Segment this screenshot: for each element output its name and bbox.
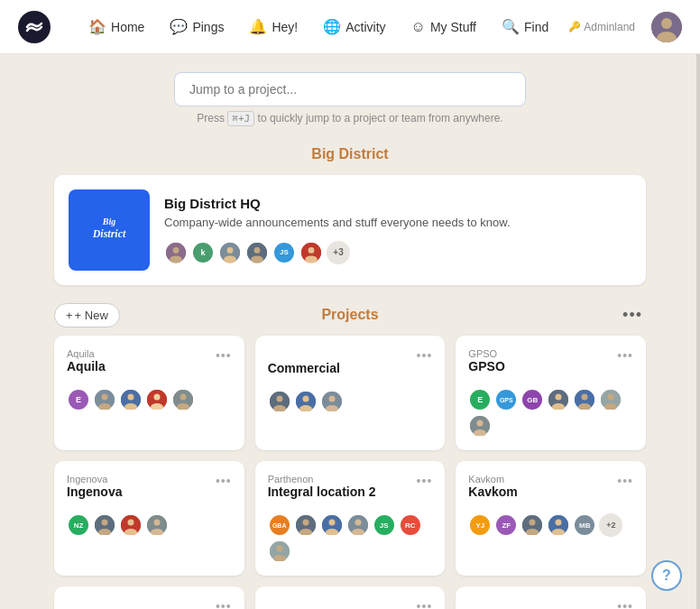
project-card-mafondation[interactable]: Ma fondation ••• xyxy=(54,586,244,609)
avatar xyxy=(320,513,344,537)
nav-activity-label: Activity xyxy=(345,20,385,34)
avatar xyxy=(268,390,291,413)
project-parent: Parthenon xyxy=(268,474,376,484)
projects-more-button[interactable]: ••• xyxy=(619,302,646,328)
nav-pings[interactable]: 💬 Pings xyxy=(159,13,235,41)
project-card-header: Aquila Aquila ••• xyxy=(67,348,232,384)
new-project-button[interactable]: + + New xyxy=(54,303,120,328)
avatar xyxy=(93,388,116,411)
help-button[interactable]: ? xyxy=(651,560,682,591)
project-avatars xyxy=(268,390,433,413)
project-card-header: My To-do ••• xyxy=(468,599,633,609)
project-more-button[interactable]: ••• xyxy=(216,599,232,609)
avatar xyxy=(547,388,570,411)
svg-point-49 xyxy=(477,420,484,427)
search-input[interactable] xyxy=(174,72,526,106)
question-icon: ? xyxy=(662,567,671,584)
avatar xyxy=(218,241,242,264)
avatar: RC xyxy=(399,513,422,537)
project-more-button[interactable]: ••• xyxy=(216,474,232,488)
avatar xyxy=(119,388,143,411)
project-card-gpso[interactable]: GPSO GPSO ••• E GPS GB xyxy=(456,336,646,450)
avatar: MB xyxy=(573,513,596,537)
project-card-commercial[interactable]: Commercial ••• xyxy=(255,336,446,450)
activity-icon: 🌐 xyxy=(323,18,341,35)
admin-link[interactable]: 🔑 Adminland xyxy=(568,21,635,33)
project-more-button[interactable]: ••• xyxy=(417,474,433,488)
find-icon: 🔍 xyxy=(502,18,520,35)
project-more-button[interactable]: ••• xyxy=(617,348,633,363)
user-avatar[interactable] xyxy=(651,12,682,42)
avatar xyxy=(245,241,269,264)
svg-point-70 xyxy=(276,546,282,552)
project-card-ingenova[interactable]: Ingenova Ingenova ••• NZ xyxy=(54,461,244,576)
nav-find[interactable]: 🔍 Find xyxy=(491,13,559,41)
avatar: GB xyxy=(520,388,544,411)
project-parent xyxy=(268,348,340,361)
project-parent: Kavkom xyxy=(468,474,517,484)
nav-hey-label: Hey! xyxy=(272,20,298,34)
svg-point-8 xyxy=(170,255,182,263)
project-card-mnh[interactable]: MNH ••• xyxy=(255,586,446,609)
project-card-integral[interactable]: Parthenon Integral location 2 ••• GBA JS… xyxy=(255,461,446,576)
project-card-aquila[interactable]: Aquila Aquila ••• E xyxy=(54,336,244,450)
project-avatars: NZ xyxy=(67,513,232,537)
project-card-header: MNH ••• xyxy=(268,599,433,609)
nav-items: 🏠 Home 💬 Pings 🔔 Hey! 🌐 Activity ☺ My St… xyxy=(69,13,568,41)
hq-title: Big District HQ xyxy=(164,196,511,211)
svg-point-58 xyxy=(154,520,161,526)
search-container: Press ⌘+J to quickly jump to a project o… xyxy=(54,72,646,125)
svg-point-61 xyxy=(302,520,309,526)
project-avatars: GBA JS RC xyxy=(268,513,433,563)
company-title: Big District xyxy=(54,146,646,162)
svg-point-37 xyxy=(328,396,335,402)
project-more-button[interactable]: ••• xyxy=(216,348,232,363)
projects-title: Projects xyxy=(54,307,646,323)
avatar xyxy=(299,241,323,264)
home-icon: 🏠 xyxy=(88,18,106,35)
nav-home[interactable]: 🏠 Home xyxy=(78,13,155,41)
svg-point-73 xyxy=(530,520,536,526)
avatar: GPS xyxy=(494,388,518,411)
pings-icon: 💬 xyxy=(170,18,188,35)
project-more-button[interactable]: ••• xyxy=(617,599,633,609)
project-card-header: Ma fondation ••• xyxy=(67,599,232,609)
project-card-header: Commercial ••• xyxy=(268,348,433,386)
svg-point-1 xyxy=(661,18,672,29)
avatar xyxy=(294,390,318,413)
project-more-button[interactable]: ••• xyxy=(617,474,633,488)
hq-avatars: k JS +3 xyxy=(164,241,511,264)
main-content: Press ⌘+J to quickly jump to a project o… xyxy=(0,54,700,609)
svg-point-67 xyxy=(355,520,361,526)
avatar-count: +3 xyxy=(327,241,350,264)
mystuff-icon: ☺ xyxy=(411,19,426,35)
project-card-header: Kavkom Kavkom ••• xyxy=(468,474,633,510)
hq-card[interactable]: Big District Big District HQ Company-wid… xyxy=(54,175,646,285)
project-more-button[interactable]: ••• xyxy=(417,348,433,363)
nav-hey[interactable]: 🔔 Hey! xyxy=(238,13,309,41)
svg-point-76 xyxy=(556,520,562,526)
project-parent xyxy=(67,599,145,609)
nav-activity[interactable]: 🌐 Activity xyxy=(312,13,396,41)
nav-find-label: Find xyxy=(524,20,548,34)
avatar xyxy=(119,513,143,537)
project-parent: Aquila xyxy=(67,348,106,359)
svg-point-13 xyxy=(254,247,261,254)
svg-point-46 xyxy=(608,394,614,401)
project-avatars: E xyxy=(67,388,232,411)
avatar: E xyxy=(468,388,492,411)
project-card-header: Ingenova Ingenova ••• xyxy=(67,474,232,510)
nav-mystuff[interactable]: ☺ My Stuff xyxy=(401,14,487,41)
project-card-kavkom[interactable]: Kavkom Kavkom ••• YJ ZF MB +2 xyxy=(456,461,646,576)
svg-point-28 xyxy=(180,394,187,401)
avatar-count: +2 xyxy=(599,513,622,537)
avatar xyxy=(171,388,195,411)
project-more-button[interactable]: ••• xyxy=(417,599,433,609)
svg-point-52 xyxy=(102,520,108,526)
svg-point-40 xyxy=(556,394,562,401)
app-logo[interactable] xyxy=(18,11,51,43)
project-card-header: Parthenon Integral location 2 ••• xyxy=(268,474,433,510)
project-card-mytodo[interactable]: My To-do ••• xyxy=(456,586,646,609)
avatar xyxy=(145,388,169,411)
projects-header: + + New Projects ••• xyxy=(54,307,646,323)
